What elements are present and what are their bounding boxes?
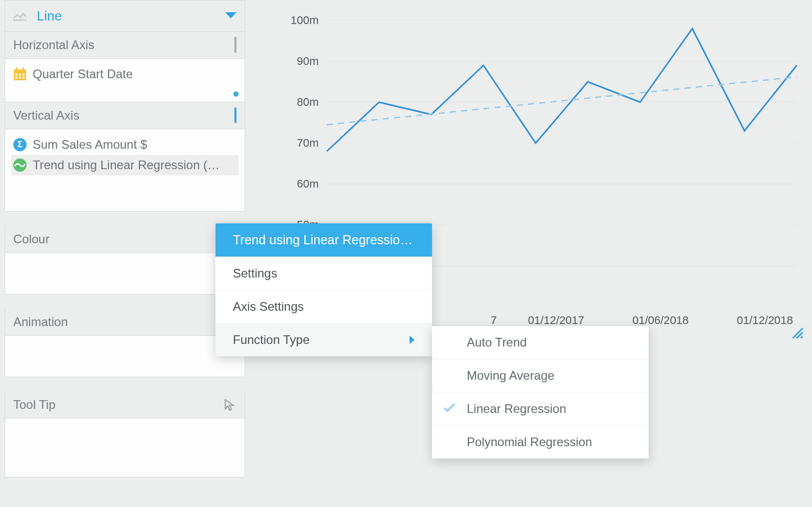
section-tooltip-header[interactable]: Tool Tip (5, 391, 245, 419)
chevron-down-icon (225, 12, 236, 19)
menu-label: Axis Settings (233, 299, 304, 314)
menu-label: Linear Regression (467, 402, 566, 416)
context-menu-settings[interactable]: Settings (216, 257, 432, 290)
svg-rect-8 (22, 74, 25, 76)
svg-rect-11 (22, 77, 25, 79)
line-chart-icon (13, 9, 27, 22)
field-quarter-start-date[interactable]: Quarter Start Date (11, 64, 238, 84)
field-label: Quarter Start Date (33, 67, 133, 81)
section-vertical-axis-header[interactable]: Vertical Axis (5, 102, 245, 129)
vertical-axis-icon (234, 108, 236, 123)
section-horizontal-axis-header[interactable]: Horizontal Axis (5, 32, 245, 59)
calendar-icon (13, 67, 27, 81)
svg-text:100m: 100m (291, 14, 319, 27)
svg-text:60m: 60m (297, 177, 319, 190)
config-sidebar: Line Horizontal Axis (5, 0, 245, 477)
svg-text:01/12/2017: 01/12/2017 (528, 314, 584, 327)
field-label: Sum Sales Amount $ (33, 137, 147, 152)
context-menu-title: Trend using Linear Regressio… (216, 223, 432, 257)
submenu-auto-trend[interactable]: Auto Trend (432, 326, 649, 359)
indicator-dot (233, 91, 238, 97)
chart-type-label: Line (37, 8, 62, 24)
field-sum-sales-amount[interactable]: Σ Sum Sales Amount $ (11, 134, 238, 155)
resize-handle-icon[interactable] (790, 325, 803, 338)
menu-label: Settings (233, 266, 277, 281)
chevron-right-icon (410, 333, 415, 347)
svg-text:90m: 90m (297, 55, 319, 67)
section-title: Horizontal Axis (13, 38, 94, 52)
check-icon (443, 402, 456, 416)
field-label: Trend using Linear Regression (… (33, 158, 220, 172)
svg-marker-1 (225, 12, 236, 18)
cursor-icon (223, 398, 236, 411)
svg-rect-3 (14, 70, 26, 73)
menu-label: Polynomial Regression (467, 435, 592, 449)
svg-marker-36 (410, 336, 415, 344)
section-vertical-axis-body: Σ Sum Sales Amount $ Trend using Linear … (5, 129, 245, 212)
svg-text:70m: 70m (297, 136, 319, 149)
menu-label: Moving Average (467, 368, 555, 382)
svg-text:7: 7 (491, 314, 497, 327)
submenu-moving-average[interactable]: Moving Average (432, 359, 649, 393)
svg-rect-6 (15, 74, 17, 76)
submenu-polynomial-regression[interactable]: Polynomial Regression (432, 426, 649, 458)
menu-label: Auto Trend (467, 335, 527, 349)
section-colour-body[interactable] (5, 253, 245, 294)
svg-rect-9 (15, 77, 17, 79)
menu-label: Function Type (233, 333, 309, 347)
sigma-icon: Σ (13, 138, 27, 151)
svg-text:80m: 80m (297, 96, 319, 108)
svg-text:01/12/2018: 01/12/2018 (737, 314, 793, 327)
section-animation-header[interactable]: Animation (5, 309, 245, 336)
section-title: Vertical Axis (13, 108, 79, 123)
svg-rect-4 (16, 67, 17, 71)
section-horizontal-axis-body: Quarter Start Date (5, 59, 245, 102)
section-title: Tool Tip (13, 398, 56, 412)
section-title: Animation (13, 315, 68, 329)
context-menu: Trend using Linear Regressio… Settings A… (216, 223, 432, 356)
section-title: Colour (13, 232, 50, 246)
section-animation-body[interactable] (5, 336, 245, 377)
svg-rect-5 (22, 67, 24, 71)
context-menu-axis-settings[interactable]: Axis Settings (216, 290, 432, 324)
context-menu-function-type[interactable]: Function Type (216, 324, 432, 356)
trend-icon (13, 158, 27, 172)
function-type-submenu: Auto Trend Moving Average Linear Regress… (432, 326, 649, 458)
chart-type-selector[interactable]: Line (5, 0, 245, 32)
svg-rect-10 (19, 77, 21, 79)
section-colour-header[interactable]: Colour (5, 226, 245, 253)
svg-line-35 (801, 336, 803, 338)
submenu-linear-regression[interactable]: Linear Regression (432, 393, 649, 426)
svg-text:01/06/2018: 01/06/2018 (632, 314, 688, 327)
context-menu-title-text: Trend using Linear Regressio… (233, 233, 413, 247)
svg-rect-7 (19, 74, 21, 76)
section-tooltip-body[interactable] (5, 419, 245, 477)
field-trend-linear-regression[interactable]: Trend using Linear Regression (… (11, 155, 238, 175)
svg-text:Σ: Σ (17, 140, 22, 149)
horizontal-axis-icon (234, 38, 236, 52)
